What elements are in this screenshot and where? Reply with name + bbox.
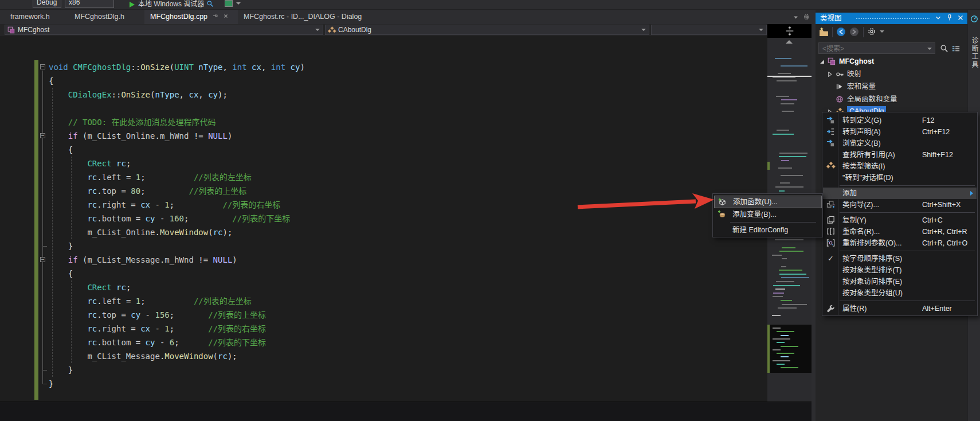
reorder-params-icon xyxy=(826,239,836,248)
menu-item-label: 添加 xyxy=(842,188,857,199)
member-dropdown[interactable]: CAboutDlg xyxy=(325,25,649,35)
search-toolbar-icon[interactable] xyxy=(206,0,214,7)
code-line: CDialogEx::OnSize(nType, cx, cy); xyxy=(49,88,305,102)
fold-collapse-box[interactable]: – xyxy=(40,133,45,138)
submenu-item-添加函数U[interactable]: 添加函数(U)... xyxy=(714,196,822,208)
menu-item-按类型筛选I[interactable]: 按类型筛选(I) xyxy=(823,161,977,172)
gear-chevron-icon[interactable] xyxy=(880,30,884,33)
editor-splitter-handle[interactable] xyxy=(767,24,812,38)
menu-item-类向导Z[interactable]: 类向导(Z)...Ctrl+Shift+X xyxy=(823,199,977,210)
search-input[interactable] xyxy=(821,44,924,54)
tab-mfcghostdlg.h[interactable]: MFCghostDlg.h xyxy=(69,10,140,24)
tab-list-chevron-icon[interactable] xyxy=(793,14,799,21)
tree-item-宏和常量[interactable]: 宏和常量 xyxy=(816,80,967,93)
minimap-viewport[interactable] xyxy=(767,325,812,373)
window-layout-icon[interactable] xyxy=(225,0,233,7)
new-folder-icon[interactable] xyxy=(819,27,829,37)
menu-item-按对象类型排序T[interactable]: 按对象类型排序(T) xyxy=(823,264,977,276)
minimap-code-line xyxy=(780,182,790,184)
start-debug-button[interactable]: 本地 Windows 调试器 xyxy=(138,0,204,8)
submenu-item-添加变量B[interactable]: 添加变量(B)... xyxy=(714,208,822,221)
tree-item-label: 宏和常量 xyxy=(847,80,876,93)
copy-icon xyxy=(826,216,836,225)
chevron-down-icon xyxy=(759,29,763,31)
tab-mfcghost.rc-id...-dialog-dialog[interactable]: MFCghost.rc - ID..._DIALOG - Dialog xyxy=(238,10,370,24)
chevron-down-icon[interactable] xyxy=(927,48,932,50)
tree-item-MFCghost[interactable]: MFCghost xyxy=(816,55,967,68)
menu-item-转到声明A[interactable]: 转到声明(A)Ctrl+F12 xyxy=(823,126,977,138)
menu-item-浏览定义B[interactable]: 浏览定义(B) xyxy=(823,138,977,149)
start-debug-icon[interactable] xyxy=(130,2,135,7)
fold-collapse-box[interactable]: – xyxy=(40,64,45,69)
menu-item-转到对话框D[interactable]: "转到"对话框(D) xyxy=(823,172,977,184)
code-line: CRect rc; xyxy=(49,157,305,170)
platform-dropdown[interactable]: x86 xyxy=(65,0,114,8)
submenu-item-新建EditorConf[interactable]: 新建 EditorConfig xyxy=(714,224,822,236)
menu-item-转到定义G[interactable]: 转到定义(G)F12 xyxy=(823,115,977,126)
solution-config-dropdown[interactable]: Debug xyxy=(33,0,61,8)
class-icon xyxy=(328,26,336,34)
browse-definition-icon xyxy=(826,139,836,148)
search-icon[interactable] xyxy=(940,44,948,53)
tab-options-gear-icon[interactable] xyxy=(803,13,810,21)
key-icon xyxy=(836,70,844,79)
tab-framework.h[interactable]: framework.h xyxy=(5,10,64,24)
menu-item-重命名R[interactable]: 重命名(R)...Ctrl+R, Ctrl+R xyxy=(823,226,977,237)
toolbar-overflow-chevron-icon[interactable] xyxy=(236,2,241,5)
gear-icon[interactable] xyxy=(867,27,876,36)
tab-label: MFCghostDlg.h xyxy=(75,13,124,21)
fold-collapse-box[interactable]: – xyxy=(40,257,45,262)
empty-dropdown[interactable] xyxy=(651,25,767,35)
menu-separator xyxy=(840,185,975,186)
menu-item-添加[interactable]: 添加 xyxy=(823,188,977,199)
pin-icon[interactable] xyxy=(212,10,218,24)
expander-collapsed-icon[interactable] xyxy=(828,72,833,77)
close-icon[interactable] xyxy=(957,14,965,22)
viewport-code-line xyxy=(777,331,794,332)
code-line: rc.left = 1; //列表的左坐标 xyxy=(49,170,305,184)
expander-expanded-icon[interactable] xyxy=(820,59,825,64)
code-editor[interactable]: void CMFCghostDlg::OnSize(UINT nType, in… xyxy=(0,36,767,401)
menu-separator xyxy=(840,251,975,251)
menu-item-label: 类向导(Z)... xyxy=(842,199,879,210)
add-function-icon xyxy=(718,198,727,207)
tree-item-全局函数和变量[interactable]: 全局函数和变量 xyxy=(816,93,967,106)
menu-item-按字母顺序排序S[interactable]: ✓按字母顺序排序(S) xyxy=(823,253,977,264)
globals-icon xyxy=(836,95,844,103)
menu-item-按对象类型分组U[interactable]: 按对象类型分组(U) xyxy=(823,287,977,299)
menu-item-按对象访问排序E[interactable]: 按对象访问排序(E) xyxy=(823,276,977,287)
code-line: rc.bottom = cy - 160; //列表的下坐标 xyxy=(49,212,305,225)
menu-item-属性R[interactable]: 属性(R)Alt+Enter xyxy=(823,303,977,314)
minimap-code-line xyxy=(772,255,782,256)
toolbar-circle-icon[interactable] xyxy=(198,1,204,7)
code-line: m_CList_Online.MoveWindow(rc); xyxy=(49,225,305,239)
member-dropdown-label: CAboutDlg xyxy=(338,25,371,34)
menu-item-复制Y[interactable]: 复制(Y)Ctrl+C xyxy=(823,215,977,226)
scroll-up-icon[interactable] xyxy=(786,40,793,44)
minimap-code-line xyxy=(781,103,794,104)
tab-mfcghostdlg.cpp[interactable]: MFCghostDlg.cpp xyxy=(144,10,238,24)
view-settings-icon[interactable] xyxy=(952,45,960,53)
viewport-code-line xyxy=(773,360,790,361)
minimap-code-line xyxy=(777,80,797,81)
close-icon[interactable] xyxy=(223,10,229,24)
minimap-code-line xyxy=(781,300,792,301)
scope-dropdown[interactable]: MFCghost xyxy=(5,25,323,35)
menu-item-shortcut: Ctrl+F12 xyxy=(922,126,950,138)
code-line: } xyxy=(49,363,305,377)
menu-item-查找所有引用A[interactable]: 查找所有引用(A)Shift+F12 xyxy=(823,149,977,161)
tree-item-映射[interactable]: 映射 xyxy=(816,68,967,80)
submenu-item-label: 新建 EditorConfig xyxy=(732,224,788,236)
minimap-code-line xyxy=(779,153,807,154)
window-position-chevron-icon[interactable] xyxy=(934,14,942,22)
menu-item-label: 按对象类型排序(T) xyxy=(842,264,901,276)
menu-item-重新排列参数O[interactable]: 重新排列参数(O)...Ctrl+R, Ctrl+O xyxy=(823,237,977,249)
menu-item-label: 按字母顺序排序(S) xyxy=(842,253,902,264)
vcproject-icon xyxy=(7,26,15,34)
pin-icon[interactable] xyxy=(946,14,954,22)
minimap-section-line xyxy=(767,76,812,77)
back-button-icon[interactable] xyxy=(836,27,846,37)
class-view-search-box[interactable] xyxy=(818,42,935,54)
forward-button-icon[interactable] xyxy=(849,27,859,37)
class-view-title-bar[interactable]: 类视图 xyxy=(816,13,967,24)
